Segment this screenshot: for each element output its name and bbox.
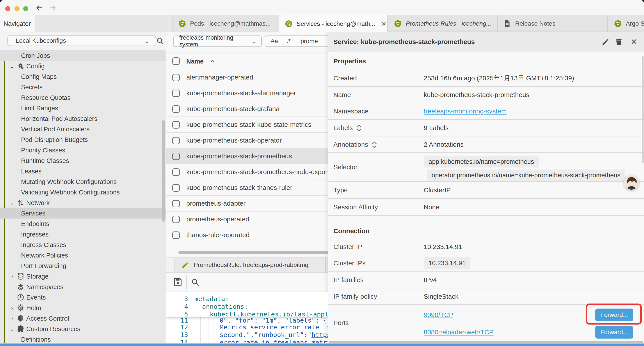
sidebar-item-port-forwarding[interactable]: Port Forwarding xyxy=(0,261,166,271)
details-drawer: Service: kube-prometheus-stack-prometheu… xyxy=(328,32,644,346)
sidebar-item-namespaces[interactable]: Namespaces xyxy=(0,282,166,292)
sort-ascending-icon[interactable] xyxy=(210,58,216,64)
sidebar-item-access-control[interactable]: ›Access Control xyxy=(0,313,166,324)
minimize-window-button[interactable] xyxy=(14,6,20,11)
tab-release-notes[interactable]: Release Notes xyxy=(497,15,608,32)
tab-navigator[interactable]: Navigator xyxy=(0,15,35,32)
resource-search-input[interactable]: Aa .* prome xyxy=(265,35,328,47)
match-case-toggle[interactable]: Aa xyxy=(270,38,278,45)
row-checkbox[interactable] xyxy=(172,168,180,176)
horizontal-scrollbar[interactable] xyxy=(178,251,328,254)
row-checkbox[interactable] xyxy=(172,121,180,129)
edit-resource-icon[interactable] xyxy=(602,38,610,46)
tab-services-icecheng-math[interactable]: Services - icecheng@math...✕ xyxy=(279,15,388,32)
editor-tab-prometheusrule[interactable]: PrometheusRule: freeleaps-prod-rabbitmq xyxy=(174,258,324,272)
table-row[interactable]: alertmanager-operated xyxy=(166,70,328,85)
sidebar-item-secrets[interactable]: Secrets xyxy=(0,82,166,92)
chevron-right-icon[interactable]: › xyxy=(9,305,15,311)
drawer-scrollbar[interactable] xyxy=(642,56,644,163)
code-text: second.","runbook_url":"https://net xyxy=(220,331,328,339)
editor-toolbar xyxy=(166,273,328,292)
table-row[interactable]: kube-prometheus-stack-kube-state-metrics xyxy=(166,117,328,133)
row-checkbox[interactable] xyxy=(172,216,180,223)
sidebar-item-helm[interactable]: ›Helm xyxy=(0,303,166,313)
sidebar-item-events[interactable]: Events xyxy=(0,292,166,303)
sidebar-item-mutating-webhook-configurations[interactable]: Mutating Webhook Configurations xyxy=(0,177,166,187)
zoom-window-button[interactable] xyxy=(23,6,28,11)
port-link[interactable]: 9090/TCP xyxy=(424,311,453,319)
editor-search-icon[interactable] xyxy=(191,278,200,287)
row-name: prometheus-operated xyxy=(186,216,249,223)
sidebar-scrollbar[interactable] xyxy=(162,120,165,222)
close-tab-icon[interactable]: ✕ xyxy=(381,20,386,27)
close-drawer-icon[interactable]: ✕ xyxy=(630,38,638,46)
sidebar-item-leases[interactable]: Leases xyxy=(0,166,166,177)
chevron-down-icon[interactable]: ⌄ xyxy=(9,326,15,333)
save-icon[interactable] xyxy=(173,277,183,287)
tab-prometheus-rules-icecheng[interactable]: Prometheus Rules - icecheng... xyxy=(388,15,497,32)
sidebar-item-priority-classes[interactable]: Priority Classes xyxy=(0,145,166,155)
port-link[interactable]: 8080:reloader-web/TCP xyxy=(424,329,494,336)
table-row[interactable]: kube-prometheus-stack-operator xyxy=(166,133,328,148)
chevron-down-icon[interactable]: ⌄ xyxy=(9,63,15,70)
kubeconfig-select[interactable]: Local Kubeconfigs ⌄ xyxy=(8,35,156,46)
table-row[interactable]: prometheus-operated xyxy=(166,212,328,227)
row-checkbox[interactable] xyxy=(172,232,180,239)
forward-button[interactable] xyxy=(49,4,57,12)
sidebar-item-ingress-classes[interactable]: Ingress Classes xyxy=(0,240,166,250)
row-checkbox[interactable] xyxy=(172,90,180,97)
sidebar-item-pod-disruption-budgets[interactable]: Pod Disruption Budgets xyxy=(0,134,166,145)
table-row[interactable]: kube-prometheus-stack-thanos-ruler xyxy=(166,180,328,196)
yaml-editor[interactable]: 110", "for": "1m", "labels": { "service"… xyxy=(166,292,328,346)
chevron-right-icon[interactable]: › xyxy=(9,315,15,322)
sidebar-item-network-policies[interactable]: Network Policies xyxy=(0,250,166,261)
sidebar-item-runtime-classes[interactable]: Runtime Classes xyxy=(0,155,166,166)
row-checkbox[interactable] xyxy=(172,200,180,207)
table-row[interactable]: kube-prometheus-stack-grafana xyxy=(166,101,328,117)
sidebar-item-config[interactable]: ⌄Config xyxy=(0,61,166,71)
avatar[interactable] xyxy=(624,175,639,190)
sidebar-item-network[interactable]: ⌄Network xyxy=(0,198,166,208)
sidebar-item-vertical-pod-autoscalers[interactable]: Vertical Pod Autoscalers xyxy=(0,124,166,134)
column-header-name[interactable]: Name xyxy=(186,53,204,70)
table-row[interactable]: kube-prometheus-stack-prometheus xyxy=(166,148,328,164)
sidebar-item-validating-webhook-configurations[interactable]: Validating Webhook Configurations xyxy=(0,187,166,198)
delete-resource-icon[interactable] xyxy=(615,38,623,46)
table-row[interactable]: thanos-ruler-operated xyxy=(166,227,328,243)
sidebar-item-horizontal-pod-autoscalers[interactable]: Horizontal Pod Autoscalers xyxy=(0,113,166,124)
table-row[interactable]: kube-prometheus-stack-alertmanager xyxy=(166,85,328,101)
back-button[interactable] xyxy=(35,4,44,12)
sidebar-item-limit-ranges[interactable]: Limit Ranges xyxy=(0,103,166,113)
sidebar-item-services[interactable]: Services xyxy=(0,208,166,219)
tab-argo-se[interactable]: Argo Se xyxy=(608,15,644,32)
sidebar-item-custom-resources[interactable]: ⌄Custom Resources xyxy=(0,324,166,334)
chevron-right-icon[interactable]: › xyxy=(9,273,15,280)
sidebar-item-endpoints[interactable]: Endpoints xyxy=(0,219,166,229)
row-checkbox[interactable] xyxy=(172,105,180,113)
row-checkbox[interactable] xyxy=(172,184,180,192)
sidebar-item-config-maps[interactable]: Config Maps xyxy=(0,71,166,82)
sidebar-search-icon[interactable] xyxy=(156,37,164,45)
row-checkbox[interactable] xyxy=(172,153,180,160)
annotation-highlight-rectangle xyxy=(586,304,642,325)
property-label: Labels xyxy=(334,120,362,136)
table-row[interactable]: kube-prometheus-stack-prometheus-node-ex… xyxy=(166,164,328,180)
forward-button[interactable]: Forward... xyxy=(595,326,633,339)
regex-toggle[interactable]: .* xyxy=(286,38,291,45)
namespace-link[interactable]: freeleaps-monitoring-system xyxy=(424,107,506,115)
property-value: 10.233.14.91 xyxy=(424,255,470,271)
sidebar-item-resource-quotas[interactable]: Resource Quotas xyxy=(0,92,166,103)
sidebar-item-cron-jobs[interactable]: Cron Jobs xyxy=(0,50,166,61)
sidebar-item-ingresses[interactable]: Ingresses xyxy=(0,229,166,240)
row-checkbox[interactable] xyxy=(172,74,180,81)
sidebar-item-storage[interactable]: ›Storage xyxy=(0,271,166,282)
close-window-button[interactable] xyxy=(5,6,10,11)
row-checkbox[interactable] xyxy=(172,137,180,144)
sort-toggle-icon[interactable] xyxy=(371,141,378,148)
sort-toggle-icon[interactable] xyxy=(356,124,362,132)
select-all-checkbox[interactable] xyxy=(172,57,180,65)
chevron-down-icon[interactable]: ⌄ xyxy=(9,200,15,206)
tab-pods-icecheng-mathmas[interactable]: Pods - icecheng@mathmas... xyxy=(172,15,278,32)
table-row[interactable]: prometheus-adapter xyxy=(166,196,328,212)
namespace-select[interactable]: freeleaps-monitoring-system ⌄ xyxy=(173,35,262,47)
